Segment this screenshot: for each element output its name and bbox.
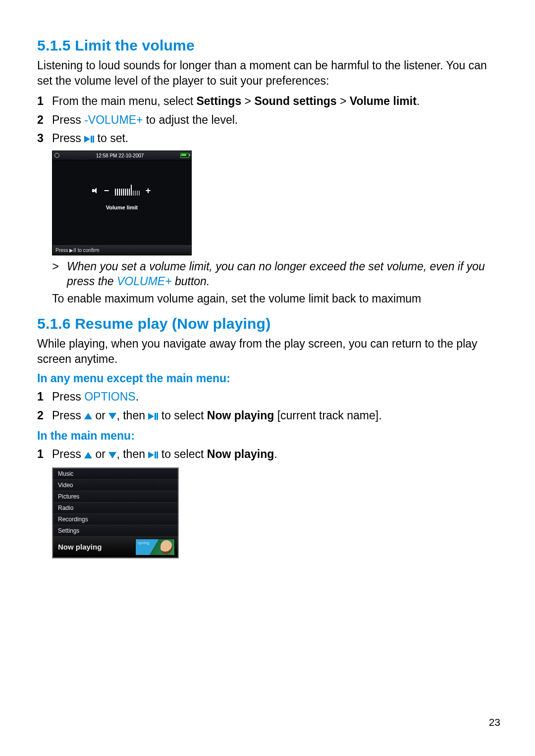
after-note-515: To enable maximum volume again, set the …	[52, 291, 500, 306]
options-key: OPTIONS	[84, 390, 136, 403]
confirm-footer: Press ▶II to confirm	[53, 245, 191, 255]
step-number: 2	[37, 407, 52, 425]
volume-limit-screenshot: 12:58 PM 22-10-2007 − + Volume limit Pre…	[52, 151, 192, 255]
menu-item: Music	[53, 468, 178, 480]
battery-icon	[180, 153, 189, 158]
gear-icon	[54, 153, 59, 158]
page-number: 23	[489, 716, 500, 728]
speaker-icon	[92, 188, 98, 194]
menu-item: Settings	[53, 525, 178, 537]
play-pause-icon	[148, 413, 158, 420]
subheading-any-menu: In any menu except the main menu:	[37, 372, 500, 385]
main-menu-screenshot: Music Video Pictures Radio Recordings Se…	[52, 467, 179, 558]
step-text: Press to set.	[52, 130, 500, 148]
play-pause-icon	[148, 452, 158, 458]
up-arrow-icon	[84, 413, 92, 419]
step-text: Press or , then to select Now playing [c…	[52, 407, 500, 425]
step-number: 2	[37, 111, 52, 129]
menu-item: Recordings	[53, 514, 178, 525]
intro-516: While playing, when you navigate away fr…	[37, 336, 500, 367]
menu-item: Radio	[53, 503, 178, 514]
step-number: 1	[37, 388, 52, 406]
step-text: Press -VOLUME+ to adjust the level.	[52, 111, 500, 129]
subheading-main-menu: In the main menu:	[37, 429, 500, 443]
step-number: 3	[37, 130, 52, 148]
heading-515: 5.1.5 Limit the volume	[37, 37, 500, 54]
step-number: 1	[37, 446, 52, 463]
volume-limit-label: Volume limit	[53, 204, 191, 210]
step-text: Press or , then to select Now playing.	[52, 446, 500, 463]
album-art: spring	[135, 539, 175, 555]
menu-item: Pictures	[53, 491, 178, 503]
intro-515: Listening to loud sounds for longer than…	[37, 58, 500, 89]
volume-key: -VOLUME+	[84, 113, 143, 126]
step-number: 1	[37, 93, 52, 110]
status-time: 12:58 PM 22-10-2007	[96, 153, 144, 158]
down-arrow-icon	[108, 413, 116, 419]
heading-516: 5.1.6 Resume play (Now playing)	[37, 315, 500, 332]
menu-item: Video	[53, 480, 178, 491]
down-arrow-icon	[108, 452, 116, 458]
play-pause-icon	[84, 136, 94, 143]
volume-ticks	[115, 186, 140, 196]
plus-icon: +	[145, 186, 152, 195]
steps-515: 1 From the main menu, select Settings > …	[37, 93, 500, 148]
now-playing-row: Now playing spring	[53, 537, 178, 557]
now-playing-label: Now playing	[58, 543, 102, 551]
volume-plus-key: VOLUME+	[117, 275, 172, 288]
step-text: Press OPTIONS.	[52, 388, 500, 406]
note-515: > When you set a volume limit, you can n…	[52, 259, 500, 289]
up-arrow-icon	[84, 452, 92, 458]
step-text: From the main menu, select Settings > So…	[52, 93, 500, 110]
minus-icon: −	[103, 186, 110, 195]
